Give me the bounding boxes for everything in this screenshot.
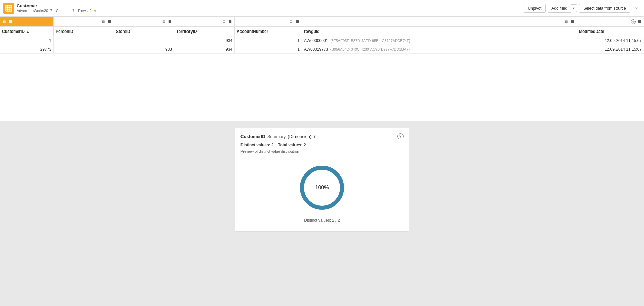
data-source-subtitle: AdventureWorks2017: [17, 9, 52, 13]
filter-icon: ▼: [93, 8, 97, 13]
cell-modified-date-2: 12.09.2014 11:15:07: [577, 45, 644, 53]
col-header-icons-store: ⊡ ☰: [161, 19, 172, 24]
donut-label: 100%: [315, 185, 329, 191]
distinct-label: Distinct values:: [240, 143, 270, 147]
data-area: 1 - 934 1 AW00000001 {3F5AE95E-B87D-4AED…: [0, 36, 644, 54]
add-field-arrow[interactable]: ▾: [571, 4, 577, 12]
field-name-rowguid[interactable]: rowguid: [302, 27, 577, 36]
col-header-rowguid: ⊡ ☰: [302, 17, 577, 26]
summary-chart: 100% Distinct values: 2 / 2: [240, 158, 404, 226]
menu-icon-store[interactable]: ☰: [167, 19, 172, 24]
table-row: 29773 933 934 1 AW00029773 {B956A64D-040…: [0, 45, 644, 54]
main-content: Customer AdventureWorks2017 Columns: 7 R…: [0, 0, 644, 306]
select-source-button[interactable]: Select data from source: [579, 4, 630, 13]
distinct-value: 2: [271, 143, 274, 147]
cell-person-id-2: [54, 45, 114, 53]
summary-label-text: Summary: [267, 134, 286, 139]
cell-customer-id-2: 29773: [0, 45, 54, 53]
cell-rowguid-2: AW00029773 {B956A64D-040C-4230-AC9B-B927…: [302, 45, 577, 53]
summary-type: (Dimension): [288, 134, 311, 139]
cell-rowguid-1: AW00000001 {3F5AE95E-B87D-4AED-95B4-C379…: [302, 36, 577, 45]
donut-chart: 100%: [295, 161, 349, 215]
summary-panel: CustomerID Summary (Dimension) ▾ ? Disti…: [235, 128, 409, 232]
expand-icon-person[interactable]: ⊡: [101, 19, 106, 24]
menu-icon-rowguid[interactable]: ☰: [570, 19, 575, 24]
field-names-row: CustomerID ▲ PersonID StoreID TerritoryI…: [0, 27, 644, 36]
field-name-store-id[interactable]: StoreID: [114, 27, 174, 36]
col-header-store-id: ⊡ ☰: [114, 17, 174, 26]
col-header-icons-person: ⊡ ☰: [101, 19, 112, 24]
cell-account-number-2: 1: [235, 45, 302, 53]
data-source-info: Customer AdventureWorks2017 Columns: 7 R…: [17, 3, 97, 13]
col-header-icons-left: ⊡ ☰: [2, 19, 13, 24]
empty-area: [0, 54, 644, 121]
expand-icon-territory[interactable]: ⊡: [222, 19, 226, 24]
cell-store-id-1: [114, 36, 174, 45]
col-header-person-id: ⊡ ☰: [54, 17, 114, 26]
col-header-customer-id: ⊡ ☰: [0, 17, 54, 26]
field-name-customer-id[interactable]: CustomerID ▲: [0, 27, 54, 36]
col-header-icons-modified: ◷ ☰: [631, 19, 642, 24]
clock-icon-modified: ◷: [631, 19, 636, 24]
col-header-icons-account: ⊡ ☰: [289, 19, 300, 24]
rows-count: Rows: 2: [78, 9, 92, 13]
data-source-meta: AdventureWorks2017 Columns: 7 Rows: 2 ▼: [17, 8, 97, 13]
expand-icon-account[interactable]: ⊡: [289, 19, 293, 24]
cell-customer-id-1: 1: [0, 36, 54, 45]
field-name-modified-date[interactable]: ModifiedDate: [577, 27, 644, 36]
menu-icon-account[interactable]: ☰: [295, 19, 300, 24]
add-field-button[interactable]: Add field: [548, 4, 571, 13]
expand-icon-customer[interactable]: ⊡: [2, 19, 7, 24]
data-table-section: ⊡ ☰ ⊡ ☰ ⊡ ☰ ⊡ ☰: [0, 17, 644, 121]
table-icon: [3, 3, 14, 14]
col-header-territory-id: ⊡ ☰: [174, 17, 235, 26]
field-name-person-id[interactable]: PersonID: [54, 27, 114, 36]
table-row: 1 - 934 1 AW00000001 {3F5AE95E-B87D-4AED…: [0, 36, 644, 45]
svg-rect-0: [6, 5, 12, 11]
close-button[interactable]: ×: [632, 4, 641, 13]
summary-header: CustomerID Summary (Dimension) ▾ ?: [240, 133, 404, 139]
sort-icon-customer: ▲: [26, 30, 29, 33]
add-field-dropdown: Add field ▾: [548, 4, 577, 13]
col-header-account-number: ⊡ ☰: [235, 17, 302, 26]
cell-territory-id-2: 934: [174, 45, 235, 53]
toolbar-left: Customer AdventureWorks2017 Columns: 7 R…: [3, 3, 97, 14]
menu-icon-modified[interactable]: ☰: [637, 19, 642, 24]
cell-territory-id-1: 934: [174, 36, 235, 45]
expand-icon-store[interactable]: ⊡: [161, 19, 166, 24]
menu-icon-territory[interactable]: ☰: [228, 19, 232, 24]
col-header-icons-rowguid: ⊡ ☰: [564, 19, 575, 24]
columns-count: Columns: 7: [56, 9, 75, 13]
toolbar: Customer AdventureWorks2017 Columns: 7 R…: [0, 0, 644, 17]
cell-person-id-1: -: [54, 36, 114, 45]
col-header-modified-date: ◷ ☰: [577, 17, 644, 26]
cell-store-id-2: 933: [114, 45, 174, 53]
expand-icon-rowguid[interactable]: ⊡: [564, 19, 569, 24]
summary-stats: Distinct values: 2 Total values: 2: [240, 143, 404, 147]
summary-dropdown-button[interactable]: ▾: [313, 134, 316, 139]
total-label: Total values:: [278, 143, 302, 147]
field-name-account-number[interactable]: AccountNumber: [235, 27, 302, 36]
summary-field-name: CustomerID: [240, 134, 265, 139]
toolbar-right: Unpivot Add field ▾ Select data from sou…: [524, 4, 641, 13]
summary-distinct-bottom-label: Distinct values: 2 / 2: [304, 218, 340, 223]
unpivot-button[interactable]: Unpivot: [524, 4, 546, 13]
summary-help-icon[interactable]: ?: [397, 133, 404, 139]
cell-modified-date-1: 12.09.2014 11:15:07: [577, 36, 644, 45]
cell-account-number-1: 1: [235, 36, 302, 45]
menu-icon-customer[interactable]: ☰: [8, 19, 13, 24]
gray-area: CustomerID Summary (Dimension) ▾ ? Disti…: [0, 121, 644, 306]
data-source-name: Customer: [17, 3, 97, 8]
field-name-territory-id[interactable]: TerritoryID: [174, 27, 235, 36]
summary-title: CustomerID Summary (Dimension) ▾: [240, 134, 316, 139]
col-headers-row: ⊡ ☰ ⊡ ☰ ⊡ ☰ ⊡ ☰: [0, 17, 644, 27]
col-header-icons-territory: ⊡ ☰: [222, 19, 232, 24]
preview-label: Preview of distinct value distribution: [240, 149, 404, 154]
total-value: 2: [304, 143, 306, 147]
menu-icon-person[interactable]: ☰: [107, 19, 112, 24]
